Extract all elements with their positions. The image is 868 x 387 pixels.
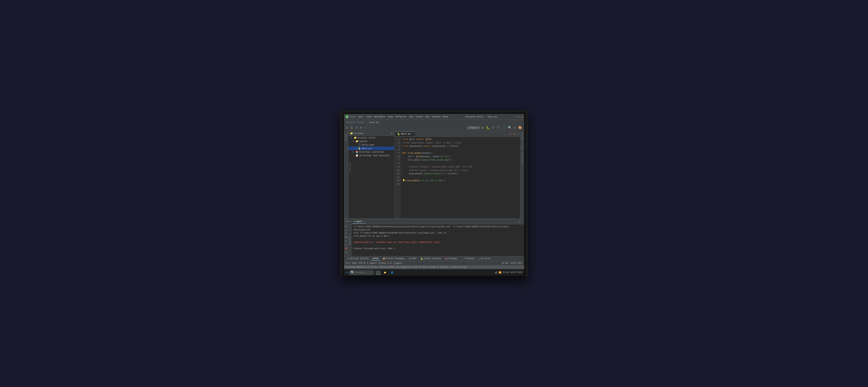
run-tab-close-icon[interactable]: ✕ (363, 220, 364, 223)
vtab-notifications[interactable]: Notifications (521, 152, 524, 166)
coverage-button[interactable]: ⊙ (492, 126, 495, 130)
left-tab-strip: Project (344, 131, 348, 219)
windows-start-button[interactable]: ⊞ (345, 271, 347, 274)
close-button[interactable]: ✕ (521, 115, 523, 119)
run-minimize-icon[interactable]: — (521, 220, 523, 223)
status-indent[interactable]: 4 spaces (367, 262, 377, 264)
themes-button[interactable]: 🎨 (518, 126, 523, 130)
minimize-button[interactable]: — (515, 115, 516, 119)
code-lines[interactable]: from gtts import gTTS #from subprocess i… (401, 137, 520, 219)
tray-icons: 🔊 📶 (495, 271, 501, 274)
taskbar-search-input[interactable] (355, 271, 372, 273)
menu-refactor[interactable]: Refactor (396, 116, 407, 118)
bottom-tab-todo[interactable]: ☰ TODO (407, 257, 418, 260)
code-line-3: from playsound import playsound # WINDOW… (402, 144, 518, 148)
search-everywhere-button[interactable]: 🔍 (507, 126, 512, 130)
tree-header-icons[interactable]: ⚙ (391, 132, 393, 135)
bottom-tab-run[interactable]: ▶ Run (371, 257, 380, 261)
scroll-down-button[interactable]: ▼ (345, 232, 347, 235)
code-line-7: tts.save('audios/bem_vindo.mp3') (402, 158, 518, 162)
tree-item-root[interactable]: ▼ 📁 projeto chixi (348, 136, 394, 139)
code-line-13: 💡cria_audio('oi eu sou a Amy') (402, 179, 518, 183)
toolbar-split-icon[interactable]: ⊟ (355, 126, 358, 130)
status-python[interactable]: Python 3.11 (jogos) (378, 262, 402, 264)
menu-code[interactable]: Code (388, 116, 393, 118)
tab-close-icon[interactable]: ✕ (411, 133, 413, 135)
maximize-button[interactable]: ❒ (518, 115, 519, 119)
mp3-icon-hello: 🎵 (358, 143, 361, 146)
tree-item-scratches[interactable]: 📋 Scratches and Consoles (348, 154, 394, 157)
menu-file[interactable]: File (350, 116, 355, 118)
toolbar-settings-icon[interactable]: ⚙ (359, 126, 362, 130)
project-tree-label: Project (354, 132, 364, 135)
bottom-tab-terminal[interactable]: ⬛ Terminal (460, 257, 476, 260)
structure-vtab-label[interactable]: Structure (348, 161, 352, 173)
menu-help[interactable]: Help (443, 116, 448, 118)
pin-icon[interactable]: 📌 (345, 247, 347, 250)
vtab-database[interactable]: Database (521, 132, 524, 141)
menu-edit[interactable]: Edit (358, 116, 364, 118)
window-title: projeto chixi - main.py (450, 116, 513, 118)
windows-taskbar[interactable]: ⊞ 🔍 ⬡ 📁 🌐 🔊 📶 15:08 14/07/2023 (344, 269, 524, 276)
run-button[interactable]: ▶ (482, 126, 484, 130)
vtab-sciview[interactable]: SciView (521, 142, 524, 151)
taskbar-search-box[interactable]: 🔍 (348, 270, 374, 275)
profile-button[interactable]: ⏱ (496, 126, 500, 130)
expand-icon[interactable]: ⌃ (516, 133, 517, 135)
version-control-label: Version Control (350, 258, 369, 260)
menu-navigate[interactable]: Navigate (374, 116, 385, 118)
menu-window[interactable]: Window (432, 116, 440, 118)
toolbar-minimize-panel-icon[interactable]: — (364, 126, 366, 130)
tree-item-audios[interactable]: ▼ 📁 audios (348, 139, 394, 143)
gear-icon[interactable]: ⚙ (391, 132, 393, 135)
stop-button[interactable]: ⬛ (501, 126, 506, 130)
bottom-tab-python-packages[interactable]: 📦 Python Packages (381, 257, 406, 260)
run-output-path: File "C:\Users\IGOR GUEDES\PycharmProjec… (353, 231, 523, 234)
taskbar-pycharm-item[interactable]: ⬡ (376, 270, 381, 275)
editor-tab-main-py[interactable]: 🐍 main.py ✕ (395, 132, 415, 136)
status-line-ending[interactable]: CRLF (352, 262, 357, 264)
status-encoding[interactable]: UTF-8 (359, 262, 365, 264)
run-panel: Run: ▶ main ✕ ⚙ — ▶ ▲ ▼ (344, 219, 524, 256)
bottom-tab-python-console[interactable]: 🐍 Python Console (419, 257, 443, 260)
run-settings-icon[interactable]: ⚙ (519, 220, 520, 223)
bookmarks-strip[interactable]: Bookmarks (348, 224, 352, 256)
menu-view[interactable]: View (366, 116, 372, 118)
run-panel-tabs: Run: ▶ main ✕ ⚙ — (344, 219, 524, 224)
collapse-icon[interactable]: ⌄ (518, 133, 519, 135)
tree-arrow-audios: ▼ (352, 140, 355, 142)
tree-item-main-py[interactable]: 🐍 main.py (348, 147, 394, 150)
window-controls[interactable]: — ❒ ✕ (515, 115, 523, 119)
columns-icon[interactable]: ⊞ (345, 244, 347, 246)
code-line-1: from gtts import gTTS (402, 138, 518, 141)
bottom-tab-version-control[interactable]: ⎇ Version Control (345, 257, 370, 260)
toolbar-list-icon[interactable]: ☰ (350, 126, 354, 130)
menu-run[interactable]: Run (409, 116, 413, 118)
taskbar-explorer-item[interactable]: 📁 (382, 271, 388, 275)
bottom-tab-services[interactable]: ☁ Services (477, 257, 492, 260)
debug-button[interactable]: 🐛 (486, 126, 490, 130)
rerun-button[interactable]: ▶ (345, 225, 347, 228)
tree-item-external-libs[interactable]: ▶ 📚 External Libraries (348, 150, 394, 154)
taskbar-browser-item[interactable]: 🌐 (389, 271, 395, 275)
status-position[interactable]: 14:1 (345, 262, 350, 264)
menu-bar[interactable]: File Edit View Navigate Code Refactor Ru… (350, 116, 448, 118)
taskbar-system-tray: 🔊 📶 15:08 14/07/2023 (495, 271, 523, 274)
file-tree-header: 📁 Project ⚙ (348, 131, 394, 136)
vtab-project[interactable]: Project (345, 132, 348, 142)
code-line-2: #from subprocess import call # Mac / Lin… (402, 141, 518, 145)
tree-item-hello-mp3[interactable]: 🎵 hello.mp3 (348, 143, 394, 147)
settings-button[interactable]: ⚙ (514, 126, 517, 130)
bottom-tab-problems[interactable]: Problems (443, 257, 459, 260)
scroll-up-button[interactable]: ▲ (345, 229, 347, 231)
run-tab-main[interactable]: ▶ main ✕ (352, 219, 366, 224)
git-branch-selector[interactable]: ⎇ main ▾ (467, 126, 480, 129)
list-view-icon[interactable]: ☰ (345, 240, 347, 242)
toolbar-gear-icon[interactable]: ⚙ (345, 126, 348, 130)
menu-vcs[interactable]: VCS (425, 116, 429, 118)
services-icon: ☁ (479, 258, 480, 260)
delete-icon[interactable]: 🗑 (345, 251, 347, 254)
folder-icon-scratch: 📋 (355, 154, 359, 157)
wrench-icon[interactable]: 🔧 (345, 236, 347, 238)
menu-tools[interactable]: Tools (416, 116, 423, 118)
